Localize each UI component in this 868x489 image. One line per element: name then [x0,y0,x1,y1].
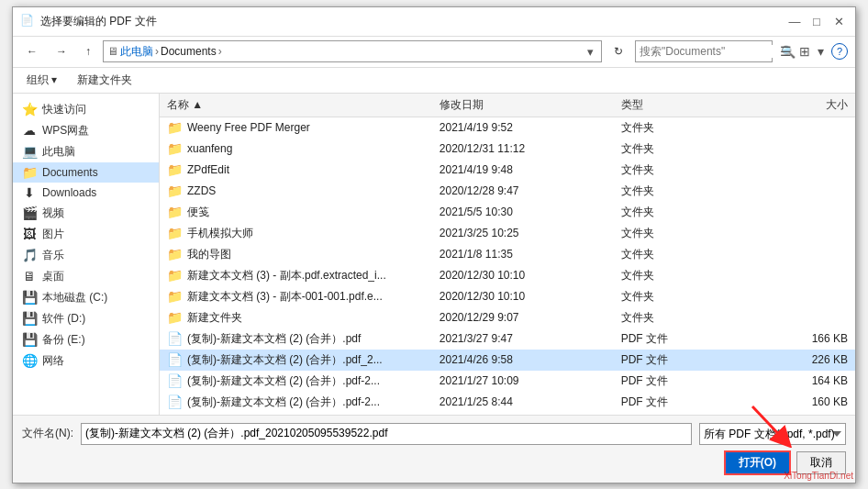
sidebar-item-pictures[interactable]: 🖼图片 [13,224,159,245]
breadcrumb-pc[interactable]: 此电脑 [120,44,153,60]
sidebar-item-local-c[interactable]: 💾本地磁盘 (C:) [13,287,159,308]
maximize-button[interactable]: □ [807,12,826,30]
title-bar-left: 📄 选择要编辑的 PDF 文件 [20,14,157,29]
breadcrumb-documents[interactable]: Documents [161,45,217,58]
file-type-cell: 文件夹 [621,310,757,326]
breadcrumb-sep: 🖥 [107,45,118,58]
sidebar-icon-this-pc: 💻 [22,144,37,159]
filter-select[interactable]: 所有 PDF 文档(*.pdf, *.pdf)所有文件 (*.*) [699,423,846,445]
file-type-cell: 文件夹 [621,120,757,136]
toolbar: ← → ↑ 🖥 此电脑 › Documents › ▾ ↻ 🔍 ☰ ⊞ ▾ ? [13,37,855,68]
file-date-cell: 2020/12/31 11:12 [440,142,621,155]
sidebar-item-network[interactable]: 🌐网络 [13,350,159,372]
address-bar[interactable]: 🖥 此电脑 › Documents › ▾ [103,40,602,62]
refresh-button[interactable]: ↻ [607,42,629,61]
search-area[interactable]: 🔍 [635,40,773,62]
file-row[interactable]: 📄 (复制)-新建文本文档 (2) (合并）.pdf 2021/3/27 9:4… [160,328,855,350]
sidebar-icon-quick-access: ⭐ [22,102,37,117]
title-bar: 📄 选择要编辑的 PDF 文件 — □ ✕ [13,7,855,37]
back-button[interactable]: ← [20,42,44,61]
secondary-toolbar: 组织 ▾ 新建文件夹 [13,68,855,94]
file-type-cell: 文件夹 [621,289,757,305]
file-date-cell: 2021/1/25 8:44 [440,395,621,408]
file-row[interactable]: 📁 ZPdfEdit 2021/4/19 9:48 文件夹 [160,160,855,181]
view-details-button[interactable]: ▾ [816,42,826,61]
sidebar-item-soft-d[interactable]: 💾软件 (D:) [13,308,159,329]
file-row[interactable]: 📁 Weeny Free PDF Merger 2021/4/19 9:52 文… [160,117,855,139]
sidebar-item-documents[interactable]: 📁Documents [13,162,159,183]
sidebar-icon-documents: 📁 [22,165,37,180]
sidebar-item-music[interactable]: 🎵音乐 [13,245,159,266]
file-icon: 📁 [167,205,183,219]
file-name-text: Weeny Free PDF Merger [187,121,310,134]
sidebar-item-quick-access[interactable]: ⭐快速访问 [13,99,159,120]
open-button[interactable]: 打开(O) [724,450,791,475]
file-type-cell: PDF 文件 [621,352,757,368]
file-row[interactable]: 📁 新建文本文档 (3) - 副本.pdf.extracted_i... 202… [160,265,855,286]
breadcrumb-arrow2: › [218,45,222,58]
file-row[interactable]: 📁 ZZDS 2020/12/28 9:47 文件夹 [160,181,855,202]
file-row[interactable]: 📁 便笺 2021/5/5 10:30 文件夹 [160,202,855,223]
file-row[interactable]: 📄 (复制)-新建文本文档 (2) (合并）.pdf_2... 2021/4/2… [160,350,855,371]
watermark: XiTongTianDi.net [784,471,853,481]
file-name-cell: 📁 手机模拟大师 [160,226,440,241]
new-folder-button[interactable]: 新建文件夹 [71,70,139,91]
file-type-cell: 文件夹 [621,247,757,262]
sidebar-item-downloads[interactable]: ⬇Downloads [13,183,159,203]
sidebar-item-desktop[interactable]: 🖥桌面 [13,266,159,287]
action-row: 打开(O) 取消 [22,450,846,475]
sidebar-label-this-pc: 此电脑 [42,144,75,160]
sidebar-item-wps-cloud[interactable]: ☁WPS网盘 [13,120,159,141]
filename-input[interactable] [81,423,692,445]
sidebar-icon-pictures: 🖼 [22,227,37,241]
file-size-cell: 166 KB [757,332,855,345]
file-name-text: 我的导图 [187,247,231,262]
file-name-cell: 📁 Weeny Free PDF Merger [160,120,440,135]
address-dropdown-button[interactable]: ▾ [584,45,597,59]
file-type-cell: 文件夹 [621,162,757,178]
col-header-type[interactable]: 类型 [621,97,757,113]
file-date-cell: 2020/12/28 9:47 [440,184,621,197]
col-header-size[interactable]: 大小 [757,97,855,113]
col-header-date[interactable]: 修改日期 [440,97,621,113]
file-row[interactable]: 📁 新建文本文档 (3) - 副本-001-001.pdf.e... 2020/… [160,286,855,307]
sidebar-item-this-pc[interactable]: 💻此电脑 [13,141,159,162]
close-button[interactable]: ✕ [829,12,848,30]
file-icon: 📄 [167,331,183,346]
file-row[interactable]: 📄 (复制)-新建文本文档 (2) (合并）.pdf-2... 2021/1/2… [160,371,855,392]
file-row[interactable]: 📁 xuanfeng 2020/12/31 11:12 文件夹 [160,139,855,160]
file-row[interactable]: 📄 (复制)-新建文本文档 (2) (合并）.pdf-2... 2021/1/2… [160,392,855,413]
sidebar-icon-wps-cloud: ☁ [22,123,37,138]
sidebar-icon-music: 🎵 [22,248,37,262]
file-icon: 📁 [167,268,183,283]
forward-button[interactable]: → [50,42,73,61]
up-button[interactable]: ↑ [79,42,97,61]
col-header-name[interactable]: 名称 ▲ [160,97,440,113]
file-row[interactable]: 📁 手机模拟大师 2021/3/25 10:25 文件夹 [160,223,855,244]
file-row[interactable]: 📁 新建文件夹 2020/12/29 9:07 文件夹 [160,307,855,328]
view-list-button[interactable]: ☰ [778,42,794,61]
breadcrumb: 🖥 此电脑 › Documents › [107,44,584,60]
file-name-text: xuanfeng [187,142,232,155]
file-name-cell: 📁 xuanfeng [160,141,440,156]
view-grid-button[interactable]: ⊞ [797,42,812,61]
sidebar-item-videos[interactable]: 🎬视频 [13,203,159,224]
file-name-text: (复制)-新建文本文档 (2) (合并）.pdf [187,331,361,347]
help-button[interactable]: ? [831,43,848,60]
sidebar-item-backup-e[interactable]: 💾备份 (E:) [13,329,159,350]
sidebar: ⭐快速访问☁WPS网盘💻此电脑📁Documents⬇Downloads🎬视频🖼图… [13,94,160,415]
file-icon: 📄 [167,373,183,388]
filename-row: 文件名(N): 所有 PDF 文档(*.pdf, *.pdf)所有文件 (*.*… [22,423,846,445]
file-name-text: ZPdfEdit [187,163,229,176]
file-row[interactable]: 📁 我的导图 2021/1/8 11:35 文件夹 [160,244,855,265]
file-date-cell: 2020/12/30 10:10 [440,269,621,282]
search-input[interactable] [640,45,777,58]
sidebar-icon-local-c: 💾 [22,290,37,305]
organize-button[interactable]: 组织 ▾ [20,70,63,91]
file-size-cell: 164 KB [757,374,855,387]
sidebar-icon-downloads: ⬇ [22,185,37,200]
sidebar-icon-network: 🌐 [22,353,37,368]
minimize-button[interactable]: — [785,12,804,30]
file-date-cell: 2021/3/25 10:25 [440,227,621,239]
file-name-text: 便笺 [187,205,209,220]
